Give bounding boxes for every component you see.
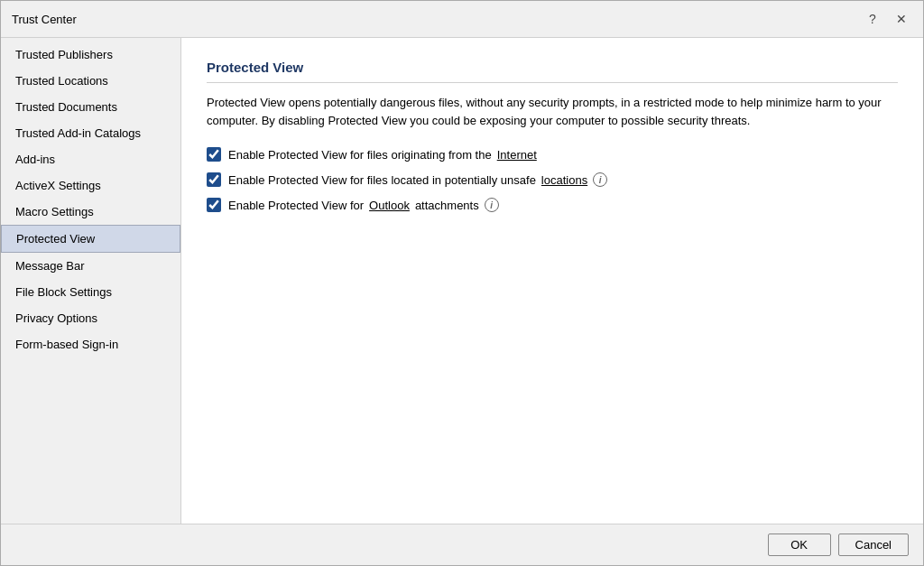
checkbox-item-cb-outlook: Enable Protected View for Outlook attach… [207, 198, 898, 212]
help-button[interactable]: ? [862, 8, 883, 30]
sidebar-item-form-based-sign-in[interactable]: Form-based Sign-in [1, 331, 180, 357]
checkbox-cb-unsafe-locations[interactable] [207, 172, 221, 187]
checkbox-item-cb-unsafe-locations: Enable Protected View for files located … [207, 172, 898, 187]
sidebar-item-trusted-add-in-catalogs[interactable]: Trusted Add-in Catalogs [1, 120, 180, 146]
cancel-button[interactable]: Cancel [838, 534, 909, 556]
sidebar-item-file-block-settings[interactable]: File Block Settings [1, 279, 180, 305]
title-bar: Trust Center ? ✕ [1, 1, 923, 38]
checkbox-group: Enable Protected View for files originat… [207, 147, 898, 212]
info-icon-cb-outlook[interactable]: i [485, 198, 499, 212]
info-icon-cb-unsafe-locations[interactable]: i [593, 172, 607, 187]
trust-center-dialog: Trust Center ? ✕ Trusted PublishersTrust… [0, 0, 924, 566]
sidebar-item-message-bar[interactable]: Message Bar [1, 253, 180, 279]
checkbox-cb-internet[interactable] [207, 147, 221, 162]
sidebar-item-trusted-locations[interactable]: Trusted Locations [1, 68, 180, 94]
underline-word: locations [541, 173, 587, 187]
main-content: Protected View Protected View opens pote… [181, 38, 923, 524]
checkbox-label-cb-outlook[interactable]: Enable Protected View for Outlook attach… [228, 198, 499, 212]
window-title: Trust Center [12, 13, 77, 26]
sidebar-item-trusted-publishers[interactable]: Trusted Publishers [1, 42, 180, 68]
checkbox-item-cb-internet: Enable Protected View for files originat… [207, 147, 898, 162]
description-text: Protected View opens potentially dangero… [207, 94, 892, 129]
section-title: Protected View [207, 60, 898, 83]
underline-word: Internet [497, 148, 537, 162]
dialog-footer: OK Cancel [1, 524, 923, 565]
checkbox-label-cb-internet[interactable]: Enable Protected View for files originat… [228, 148, 537, 162]
checkbox-label-cb-unsafe-locations[interactable]: Enable Protected View for files located … [228, 172, 607, 187]
dialog-body: Trusted PublishersTrusted LocationsTrust… [1, 38, 923, 524]
sidebar-item-macro-settings[interactable]: Macro Settings [1, 199, 180, 225]
ok-button[interactable]: OK [768, 534, 831, 556]
sidebar-item-activex-settings[interactable]: ActiveX Settings [1, 172, 180, 199]
close-button[interactable]: ✕ [891, 8, 912, 30]
sidebar-item-protected-view[interactable]: Protected View [1, 225, 180, 253]
sidebar-item-trusted-documents[interactable]: Trusted Documents [1, 94, 180, 120]
checkbox-cb-outlook[interactable] [207, 198, 221, 212]
title-bar-controls: ? ✕ [862, 8, 912, 30]
underline-word: Outlook [369, 199, 410, 212]
sidebar: Trusted PublishersTrusted LocationsTrust… [1, 38, 181, 524]
sidebar-item-add-ins[interactable]: Add-ins [1, 146, 180, 172]
sidebar-item-privacy-options[interactable]: Privacy Options [1, 305, 180, 331]
